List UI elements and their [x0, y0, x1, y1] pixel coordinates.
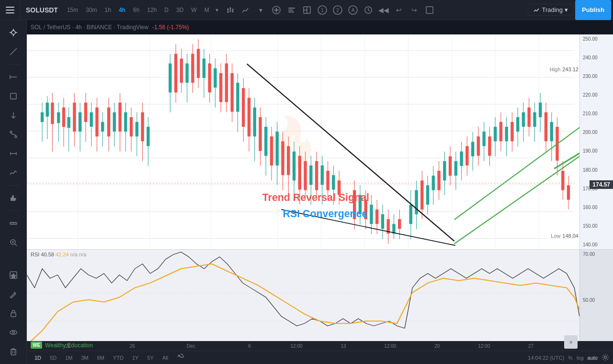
- tf-15m[interactable]: 15m: [64, 5, 81, 15]
- publish-button[interactable]: Publish: [575, 0, 611, 20]
- watchlist-icon[interactable]: [5, 266, 22, 284]
- tf-1h[interactable]: 1h: [102, 5, 114, 15]
- tf-w[interactable]: W: [188, 5, 200, 15]
- drawing-tools-icon[interactable]: [5, 286, 22, 303]
- svg-rect-124: [147, 127, 149, 146]
- period-5y[interactable]: 5Y: [143, 354, 157, 362]
- price-250: 250.00: [583, 36, 611, 42]
- symbol-label[interactable]: SOLUSDT: [20, 6, 64, 14]
- circle-1-icon[interactable]: 1: [315, 3, 329, 17]
- svg-rect-258: [556, 127, 558, 161]
- layouts-icon[interactable]: [300, 3, 314, 17]
- svg-point-39: [10, 131, 12, 133]
- svg-rect-222: [454, 161, 457, 176]
- period-1m[interactable]: 1M: [61, 354, 76, 362]
- svg-rect-162: [270, 136, 273, 165]
- svg-rect-196: [375, 210, 378, 224]
- log-button[interactable]: log: [577, 355, 584, 361]
- toolbar-separator-3: [6, 210, 21, 211]
- menu-button[interactable]: [0, 0, 20, 20]
- tf-12h[interactable]: 12h: [144, 5, 160, 15]
- svg-rect-132: [185, 64, 188, 83]
- period-1d[interactable]: 1D: [31, 354, 45, 362]
- svg-rect-246: [522, 112, 525, 127]
- crosshair-icon[interactable]: [5, 24, 22, 41]
- svg-point-29: [11, 31, 15, 34]
- auto-button[interactable]: auto: [588, 355, 598, 361]
- svg-rect-206: [409, 205, 412, 224]
- svg-rect-174: [304, 161, 306, 190]
- price-chart[interactable]: 🔥: [27, 34, 613, 249]
- period-all[interactable]: All: [159, 354, 172, 362]
- lock-icon[interactable]: [5, 305, 22, 322]
- period-ytd[interactable]: YTD: [109, 354, 127, 362]
- period-5d[interactable]: 5D: [46, 354, 60, 362]
- period-3m[interactable]: 3M: [77, 354, 92, 362]
- svg-rect-16: [288, 10, 293, 11]
- arrow-down-icon[interactable]: [5, 107, 22, 124]
- timeframe-selector: 15m 30m 1h 4h 6h 12h D 3D W M ▾: [64, 5, 220, 15]
- redo-icon[interactable]: ↪: [407, 3, 421, 17]
- chart-area: SOL / TetherUS · 4h · BINANCE · TradingV…: [27, 20, 613, 364]
- svg-rect-148: [230, 73, 233, 112]
- tf-m[interactable]: M: [201, 5, 213, 15]
- tf-more-button[interactable]: ▾: [214, 5, 220, 15]
- svg-rect-192: [364, 200, 367, 219]
- chart-style-dropdown[interactable]: ▾: [254, 3, 268, 17]
- we-name: Wealthy Education: [45, 342, 93, 349]
- draw-line-icon[interactable]: [5, 43, 22, 60]
- period-6m[interactable]: 6M: [93, 354, 108, 362]
- svg-rect-168: [287, 146, 290, 175]
- tf-d[interactable]: D: [161, 5, 172, 15]
- svg-rect-244: [516, 117, 519, 132]
- chart-symbol-info: SOL / TetherUS · 4h · BINANCE · TradingV…: [31, 24, 148, 31]
- trash-icon[interactable]: [5, 343, 22, 360]
- pct-button[interactable]: %: [568, 355, 573, 361]
- toolbar-separator-1: [6, 64, 21, 65]
- alerts-clock-icon[interactable]: [361, 3, 375, 17]
- svg-rect-226: [465, 146, 468, 165]
- thumbsup-icon[interactable]: [5, 189, 22, 207]
- time-26: 26: [130, 343, 135, 349]
- fullscreen-icon[interactable]: [422, 3, 437, 17]
- svg-rect-232: [482, 132, 485, 146]
- add-indicator-button[interactable]: [269, 3, 284, 17]
- horizontal-ray-icon[interactable]: [5, 68, 22, 86]
- trading-dropdown-icon[interactable]: ▾: [565, 6, 568, 13]
- circle-2-icon[interactable]: 2: [330, 3, 345, 17]
- svg-rect-142: [214, 68, 216, 88]
- rsi-panel: RSI 40.58 42.24 n/a n/a: [27, 249, 613, 351]
- settings-button[interactable]: [602, 353, 609, 362]
- svg-rect-156: [253, 108, 256, 137]
- svg-rect-210: [420, 180, 423, 210]
- tf-4h[interactable]: 4h: [115, 5, 129, 15]
- tf-30m[interactable]: 30m: [82, 5, 100, 15]
- skip-back-icon[interactable]: ◀◀: [376, 3, 391, 17]
- price-160: 160.00: [583, 205, 611, 210]
- undo-icon[interactable]: ↩: [392, 3, 406, 17]
- chart-type-icon[interactable]: [223, 3, 238, 17]
- line-chart-icon[interactable]: [238, 3, 253, 17]
- price-140: 140.00: [583, 242, 611, 247]
- replay-icon[interactable]: [177, 353, 184, 362]
- circle-a-icon[interactable]: A: [346, 3, 360, 17]
- svg-rect-126: [169, 64, 171, 93]
- period-1y[interactable]: 1Y: [128, 354, 142, 362]
- time-27: 27: [528, 343, 534, 349]
- svg-line-47: [15, 171, 17, 172]
- tf-3d[interactable]: 3D: [173, 5, 187, 15]
- eye-icon[interactable]: [5, 324, 22, 341]
- shapes-icon[interactable]: [5, 88, 22, 105]
- svg-rect-186: [338, 180, 341, 195]
- indicators-templates-icon[interactable]: [284, 3, 299, 17]
- multi-indicators-icon[interactable]: [5, 164, 22, 181]
- zoom-icon[interactable]: [5, 234, 22, 251]
- price-180: 180.00: [583, 167, 611, 173]
- trading-button[interactable]: Trading ▾: [528, 4, 573, 16]
- measure-icon[interactable]: [5, 145, 22, 162]
- expand-panel-button[interactable]: »: [564, 335, 578, 349]
- tf-6h[interactable]: 6h: [130, 5, 143, 15]
- path-tools-icon[interactable]: [5, 126, 22, 143]
- svg-rect-8: [229, 11, 231, 11]
- ruler-icon[interactable]: [5, 215, 22, 232]
